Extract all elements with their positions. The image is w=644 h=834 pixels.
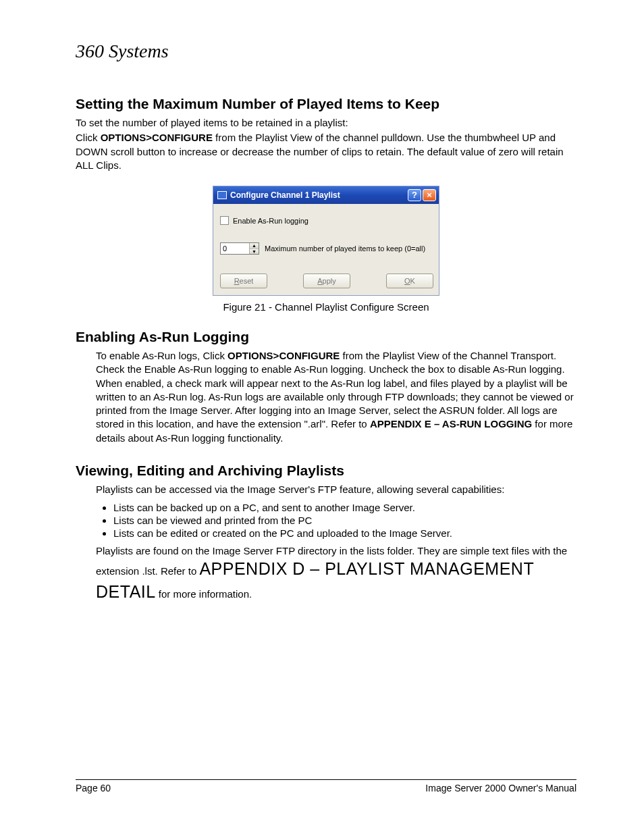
page-number: Page 60: [76, 783, 111, 793]
brand-logo: 360 Systems: [76, 41, 576, 62]
text: To enable As-Run logs, Click: [96, 350, 227, 361]
section3-intro: Playlists can be accessed via the Image …: [76, 483, 576, 496]
bullet-list: Lists can be backed up on a PC, and sent…: [76, 502, 576, 539]
dialog-body: Enable As-Run logging ▲ ▼ Maximum number…: [213, 204, 439, 295]
dialog-button-row: Reset Apply OK: [220, 273, 433, 288]
spinner-buttons: ▲ ▼: [249, 243, 259, 254]
reset-button[interactable]: Reset: [220, 273, 267, 288]
section2-body: To enable As-Run logs, Click OPTIONS>CON…: [76, 349, 576, 445]
help-button[interactable]: ?: [408, 189, 421, 201]
section3-body: Playlists are found on the Image Server …: [76, 544, 576, 604]
page-footer: Page 60 Image Server 2000 Owner's Manual: [76, 779, 576, 793]
max-items-spinner[interactable]: ▲ ▼: [220, 242, 259, 255]
section1-intro: To set the number of played items to be …: [76, 116, 576, 130]
text: Click: [76, 132, 101, 143]
section3-heading: Viewing, Editing and Archiving Playlists: [76, 463, 576, 479]
asrun-checkbox-row: Enable As-Run logging: [220, 216, 433, 225]
apply-button[interactable]: Apply: [303, 273, 350, 288]
max-items-label: Maximum number of played items to keep (…: [265, 244, 425, 253]
dialog-title: Configure Channel 1 Playlist: [230, 190, 406, 200]
spinner-up-icon[interactable]: ▲: [250, 243, 259, 249]
asrun-checkbox-label: Enable As-Run logging: [233, 217, 308, 225]
max-items-input[interactable]: [221, 243, 249, 254]
spinner-down-icon[interactable]: ▼: [250, 249, 259, 255]
dialog-titlebar: Configure Channel 1 Playlist ? ×: [213, 186, 439, 204]
section1-body: Click OPTIONS>CONFIGURE from the Playlis…: [76, 131, 576, 172]
list-item: Lists can be edited or created on the PC…: [113, 527, 576, 539]
text: for more information.: [156, 588, 252, 600]
section2-heading: Enabling As-Run Logging: [76, 329, 576, 345]
document-page: 360 Systems Setting the Maximum Number o…: [0, 0, 644, 834]
options-configure-bold: OPTIONS>CONFIGURE: [101, 132, 213, 143]
configure-dialog: Configure Channel 1 Playlist ? × Enable …: [213, 186, 439, 296]
figure-caption: Figure 21 - Channel Playlist Configure S…: [76, 301, 576, 313]
close-button[interactable]: ×: [423, 189, 436, 201]
options-configure-bold-2: OPTIONS>CONFIGURE: [227, 350, 340, 361]
dialog-figure: Configure Channel 1 Playlist ? × Enable …: [76, 186, 576, 296]
section1-heading: Setting the Maximum Number of Played Ite…: [76, 96, 576, 112]
manual-title: Image Server 2000 Owner's Manual: [425, 783, 576, 793]
list-item: Lists can be viewed and printed from the…: [113, 515, 576, 526]
appendix-e-bold: APPENDIX E – AS-RUN LOGGING: [370, 418, 532, 429]
list-item: Lists can be backed up on a PC, and sent…: [113, 502, 576, 513]
max-items-row: ▲ ▼ Maximum number of played items to ke…: [220, 242, 433, 255]
asrun-checkbox[interactable]: [220, 216, 229, 225]
ok-button[interactable]: OK: [386, 273, 433, 288]
system-icon: [217, 191, 227, 199]
